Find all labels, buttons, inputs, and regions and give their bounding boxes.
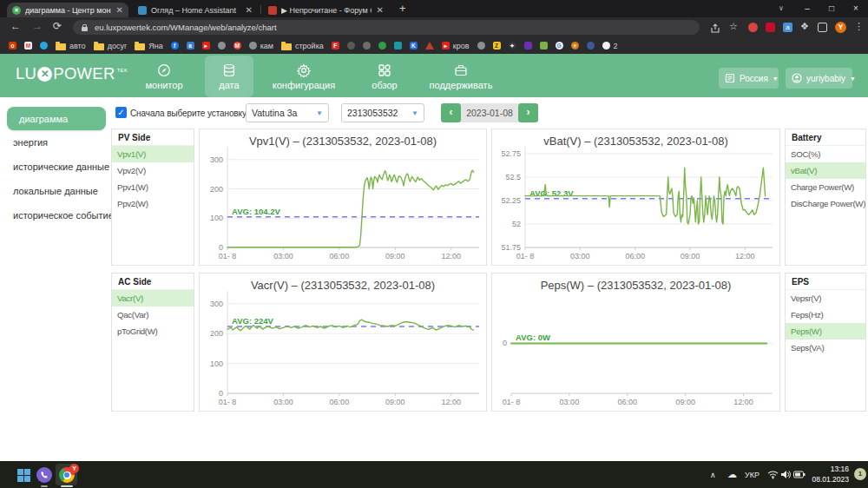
google-icon[interactable]: G: [556, 42, 563, 49]
series-item[interactable]: Ppv1(W): [112, 179, 194, 195]
series-item[interactable]: Seps(VA): [786, 340, 865, 356]
dim-icon[interactable]: [347, 42, 355, 49]
globe-kam[interactable]: кам: [249, 42, 273, 50]
folder-avto[interactable]: авто: [56, 42, 86, 50]
tab-close-icon[interactable]: ✕: [116, 5, 123, 15]
prev-day-button[interactable]: ‹: [441, 103, 461, 122]
bookmark-star-icon[interactable]: ☆: [729, 21, 738, 32]
clock[interactable]: 13:16 08.01.2023: [806, 464, 849, 485]
nav-gear[interactable]: конфигурация: [262, 56, 345, 97]
series-item[interactable]: Vepsr(V): [786, 290, 865, 307]
glass-icon[interactable]: [363, 42, 371, 49]
globe-icon[interactable]: [218, 42, 226, 49]
window-chevron-icon[interactable]: ∨: [770, 0, 792, 17]
translate-icon[interactable]: a: [187, 42, 194, 49]
nav-briefcase[interactable]: поддерживать: [419, 56, 503, 97]
battery-icon[interactable]: [793, 461, 806, 488]
translate-extension-icon[interactable]: a: [783, 23, 792, 32]
serial-select[interactable]: 2313053532 ▼: [341, 103, 424, 122]
tab-close-icon[interactable]: ✕: [246, 5, 253, 15]
gmail-circle-icon[interactable]: M: [233, 42, 241, 49]
folder-dosug[interactable]: досуг: [94, 42, 128, 50]
onedrive-icon[interactable]: ☁: [727, 461, 737, 488]
tray-chevron-icon[interactable]: ∧: [710, 461, 716, 488]
profile-avatar[interactable]: Y: [835, 22, 846, 33]
teal-icon[interactable]: [394, 42, 402, 49]
window-close-button[interactable]: ×: [845, 0, 867, 17]
date-field[interactable]: 2023-01-08: [461, 103, 518, 122]
series-item[interactable]: Qac(Var): [112, 307, 194, 323]
photos-icon[interactable]: [540, 42, 548, 49]
tab-home-assistant[interactable]: Огляд – Home Assistant ✕: [133, 3, 258, 17]
series-item[interactable]: Vpv2(V): [112, 162, 194, 179]
address-bar[interactable]: eu.luxpowertek.com/WManage/web/analyze/c…: [73, 20, 700, 35]
yellow-icon[interactable]: Z: [493, 42, 501, 49]
next-day-button[interactable]: ›: [518, 103, 538, 122]
sun-icon[interactable]: ☀: [571, 42, 579, 49]
nav-grid[interactable]: обзор: [354, 56, 415, 97]
side-panel-icon[interactable]: [818, 23, 827, 32]
menu-kebab-icon[interactable]: ⋮: [854, 21, 864, 32]
github-icon[interactable]: 2: [602, 42, 618, 50]
drop-icon[interactable]: [40, 42, 48, 49]
window-minimize-button[interactable]: –: [796, 0, 819, 17]
folder-stroyka[interactable]: стройка: [281, 42, 324, 50]
bluedot-icon[interactable]: [587, 42, 595, 49]
select-station-checkbox[interactable]: ✓: [115, 107, 127, 118]
series-item[interactable]: Peps(W): [786, 323, 865, 340]
viber-icon[interactable]: [35, 465, 54, 485]
folder-yana[interactable]: Яна: [135, 42, 162, 50]
chrome-icon[interactable]: Y: [57, 465, 76, 485]
sidebar-item-diagram[interactable]: диаграмма: [7, 107, 106, 130]
adblock-extension-icon[interactable]: [766, 23, 775, 32]
sidebar-item[interactable]: исторические данные: [0, 158, 109, 175]
forward-button[interactable]: →: [32, 20, 43, 32]
station-select[interactable]: Vatutina 3a ▼: [246, 103, 329, 122]
series-item[interactable]: Vpv1(V): [112, 146, 194, 162]
luxpower-logo[interactable]: LU ✕ POWER TEK: [16, 64, 128, 83]
youtube-icon[interactable]: ▸: [202, 42, 210, 49]
user-menu[interactable]: yuriybabiy ▼: [786, 68, 852, 89]
tab-forum[interactable]: ▶ Непрочитане - Форум Строи ✕: [263, 3, 389, 17]
sidebar-item[interactable]: локальные данные: [0, 182, 109, 200]
series-item[interactable]: DisCharge Power(W): [786, 195, 865, 212]
sidebar-item[interactable]: историческое событие: [0, 207, 109, 224]
globe2-icon[interactable]: [477, 42, 485, 49]
series-item[interactable]: Ppv2(W): [112, 195, 194, 212]
spark-icon[interactable]: ✦: [509, 42, 516, 49]
tab-luxpower[interactable]: ✕ диаграмма - Центр мониторин ✕: [7, 3, 128, 17]
extensions-puzzle-icon[interactable]: ❖: [800, 21, 809, 32]
wifi-icon[interactable]: [767, 461, 779, 488]
reload-button[interactable]: ⟳: [53, 20, 62, 32]
adguard-extension-icon[interactable]: [748, 23, 758, 32]
tab-close-icon[interactable]: ✕: [377, 5, 384, 15]
outlook-icon[interactable]: o: [9, 42, 16, 49]
notification-badge[interactable]: 1: [854, 468, 866, 480]
purple-icon[interactable]: [524, 42, 532, 49]
flipboard-icon[interactable]: F: [332, 42, 339, 49]
youtube-krov[interactable]: ▸кров: [442, 42, 470, 50]
forum-icon[interactable]: [425, 42, 434, 49]
kinopoisk-icon[interactable]: K: [410, 42, 418, 49]
gmail-icon[interactable]: M: [24, 42, 32, 49]
series-item[interactable]: Feps(Hz): [786, 307, 865, 323]
nav-database[interactable]: дата: [205, 56, 253, 97]
region-selector[interactable]: Россия ▼: [719, 68, 779, 89]
window-maximize-button[interactable]: □: [820, 0, 843, 17]
whatsapp-icon[interactable]: [378, 42, 386, 49]
nav-compass[interactable]: монитор: [130, 56, 198, 97]
series-item[interactable]: Charge Power(W): [786, 179, 865, 195]
back-button[interactable]: ←: [10, 20, 21, 32]
series-item[interactable]: Vacr(V): [112, 290, 194, 307]
new-tab-button[interactable]: +: [399, 2, 406, 15]
facebook-icon[interactable]: f: [171, 42, 179, 49]
svg-text:01- 8: 01- 8: [516, 252, 535, 260]
series-item[interactable]: vBat(V): [786, 162, 865, 179]
series-item[interactable]: SOC(%): [786, 146, 865, 162]
start-button[interactable]: [14, 465, 33, 485]
share-icon[interactable]: [710, 22, 720, 37]
sidebar-item[interactable]: энергия: [0, 134, 109, 151]
language-indicator[interactable]: УКР: [745, 461, 760, 488]
volume-icon[interactable]: [780, 461, 792, 488]
series-item[interactable]: pToGrid(W): [112, 323, 194, 340]
